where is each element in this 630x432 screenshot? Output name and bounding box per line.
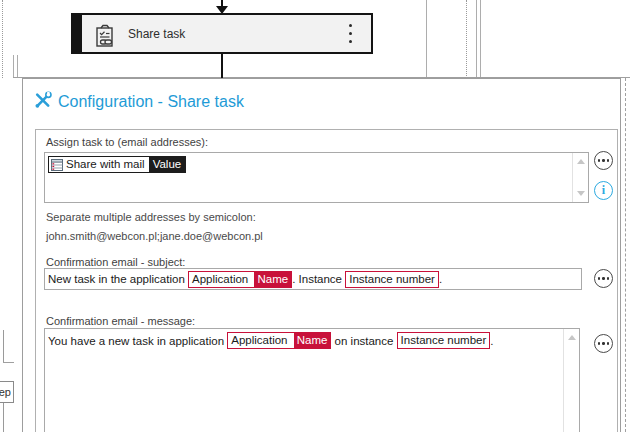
- configuration-dialog: Configuration - Share task Assign task t…: [22, 78, 621, 432]
- message-input[interactable]: You have a new task in application Appli…: [44, 328, 580, 432]
- scroll-up-icon[interactable]: [568, 335, 576, 340]
- assign-field-label: Assign task to (email addresses):: [46, 136, 208, 148]
- instance-number-tag[interactable]: Instance number: [345, 271, 439, 288]
- note-semicolon: Separate multiple addresses by semicolon…: [46, 211, 256, 223]
- background-step-box: ep: [0, 381, 14, 403]
- message-field-label: Confirmation email - message:: [46, 315, 195, 327]
- canvas-separator-line: [480, 0, 481, 78]
- subject-text: .: [439, 273, 442, 285]
- assign-expression-editor-button[interactable]: [594, 151, 613, 170]
- subject-text: . Instance: [292, 273, 345, 285]
- step-label: Share task: [128, 15, 185, 52]
- message-expression-editor-button[interactable]: [594, 334, 613, 353]
- background-shape-edge: [3, 362, 14, 363]
- assign-rule-tag[interactable]: Share with mail Value: [48, 156, 186, 173]
- canvas-grid-line: [625, 78, 626, 432]
- subject-field-label: Confirmation email - subject:: [46, 256, 185, 268]
- info-icon[interactable]: i: [594, 181, 613, 200]
- screen: Share task ep Configuration -: [0, 0, 630, 432]
- background-step-text: ep: [0, 386, 11, 398]
- subject-input[interactable]: New task in the application Application …: [44, 268, 582, 290]
- subject-expression-editor-button[interactable]: [594, 269, 613, 288]
- canvas-grid-line: [466, 0, 467, 78]
- background-shape-edge: [3, 403, 4, 432]
- application-name-tag[interactable]: Application Name: [188, 271, 292, 288]
- clipboard-link-icon: [94, 24, 116, 52]
- background-shape-edge: [3, 330, 4, 362]
- scroll-up-icon[interactable]: [577, 159, 585, 164]
- message-text: You have a new task in application: [48, 335, 227, 347]
- message-input-scrollbar[interactable]: [563, 329, 579, 432]
- subject-text: New task in the application: [48, 273, 188, 285]
- workflow-step-share-task[interactable]: Share task: [71, 13, 373, 54]
- dialog-title-bar: Configuration - Share task: [34, 91, 244, 113]
- kebab-menu-icon[interactable]: [343, 15, 357, 52]
- canvas-grid-line: [2, 0, 3, 78]
- workflow-connector: [221, 54, 223, 78]
- dialog-title: Configuration - Share task: [58, 93, 244, 111]
- canvas-separator-line: [13, 55, 14, 78]
- scroll-down-icon[interactable]: [577, 191, 585, 196]
- canvas-separator-line: [17, 55, 18, 78]
- assign-tag-name: Share with mail: [66, 157, 145, 172]
- data-table-icon: [51, 159, 63, 171]
- application-name-tag[interactable]: Application Name: [227, 332, 331, 349]
- message-text: on instance: [331, 335, 396, 347]
- note-example-emails: john.smith@webcon.pl;jane.doe@webcon.pl: [46, 230, 263, 242]
- instance-number-tag[interactable]: Instance number: [397, 332, 491, 349]
- assign-input[interactable]: Share with mail Value: [44, 152, 589, 203]
- step-accent-bar: [73, 15, 82, 52]
- tools-icon: [34, 91, 52, 113]
- assign-input-scrollbar[interactable]: [572, 153, 588, 202]
- canvas-separator-line: [426, 0, 427, 78]
- assign-tag-value: Value: [149, 157, 186, 172]
- canvas-separator-line: [476, 0, 477, 78]
- message-text: .: [490, 335, 493, 347]
